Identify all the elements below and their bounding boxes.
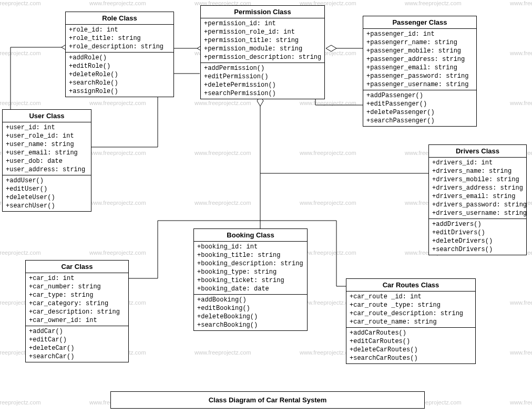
class-member: +deleteRole() [69, 70, 170, 79]
class-member: +searchPermission() [204, 89, 321, 98]
class-member: +permission_title: string [204, 36, 321, 45]
class-member: +booking_ticket: string [197, 276, 304, 285]
class-member: +deleteBooking() [197, 313, 304, 321]
class-member: +editPassenger() [366, 100, 473, 108]
class-member: +user_address: string [6, 165, 88, 174]
class-member: +passenger_email: string [366, 64, 473, 72]
class-member: +deleteDrivers() [432, 237, 523, 245]
svg-marker-2 [326, 45, 336, 51]
class-title: Permission Class [201, 6, 324, 18]
class-title: Role Class [66, 12, 173, 25]
class-member: +car_route _type: string [350, 301, 472, 309]
class-member: +deleteUser() [6, 193, 88, 202]
class-member: +booking_type: string [197, 268, 304, 276]
passenger-class: Passenger Class +passenger_id: int+passe… [363, 16, 477, 127]
class-member: +passenger_address: string [366, 55, 473, 64]
class-member: +passengerr_name: string [366, 38, 473, 47]
class-member: +car_number: string [29, 283, 125, 291]
class-member: +permission_role_id: int [204, 28, 321, 36]
class-member: +role_id: int [69, 26, 170, 34]
class-member: +passenger_mobile: string [366, 47, 473, 55]
class-member: +deleteCarRoutes() [350, 346, 472, 354]
class-title: Passenger Class [363, 16, 476, 29]
class-member: +booking_title: string [197, 251, 304, 259]
diagram-caption: Class Diagram of Car Rental System [110, 391, 425, 409]
class-member: +addCarRoutes() [350, 329, 472, 337]
class-member: +addCar() [29, 327, 125, 336]
class-member: +deletePassenger() [366, 108, 473, 117]
class-member: +drivers_email: string [432, 192, 523, 201]
class-member: +deleteCar() [29, 344, 125, 352]
class-member: +searchUser() [6, 202, 88, 210]
class-title: Car Class [26, 261, 128, 273]
class-member: +car_route _id: int [350, 293, 472, 301]
class-member: +editBooking() [197, 304, 304, 313]
car-class: Car Class +car_id: int+car_number: strin… [25, 260, 129, 362]
class-member: +addBooking() [197, 296, 304, 304]
class-member: +car_owner_id: int [29, 316, 125, 325]
class-member: +editUser() [6, 185, 88, 193]
class-member: +assignRole() [69, 87, 170, 96]
class-member: +addRole() [69, 54, 170, 62]
class-member: +drivers_mobile: string [432, 175, 523, 184]
class-member: +car_description: string [29, 308, 125, 316]
user-class: User Class +user_id: int+user_role_id: i… [2, 109, 91, 212]
class-member: +drivers_password: string [432, 201, 523, 209]
class-member: +car_route_description: string [350, 309, 472, 318]
class-member: +role_title: string [69, 34, 170, 43]
class-title: Booking Class [194, 229, 307, 242]
class-member: +permission_description: string [204, 53, 321, 61]
class-member: +searchBooking() [197, 321, 304, 329]
class-member: +searchPassenger() [366, 117, 473, 125]
class-member: +drivers_name: string [432, 167, 523, 175]
class-member: +addPermission() [204, 64, 321, 72]
class-member: +editCarRoutes() [350, 337, 472, 346]
class-title: Drivers Class [429, 145, 526, 158]
class-member: +car_category: string [29, 299, 125, 308]
class-member: +user_role_id: int [6, 132, 88, 140]
class-member: +passenger_id: int [366, 30, 473, 38]
class-member: +user_id: int [6, 123, 88, 132]
class-title: User Class [3, 110, 91, 122]
class-member: +editPermission() [204, 72, 321, 81]
class-member: +booking_date: date [197, 285, 304, 293]
class-member: +drivers_id: int [432, 159, 523, 167]
class-member: +booking_id: int [197, 243, 304, 251]
class-member: +searchDrivers() [432, 245, 523, 254]
class-member: +drivers_username: string [432, 209, 523, 217]
class-member: +addPassenger() [366, 91, 473, 100]
class-member: +deletePermission() [204, 81, 321, 89]
class-member: +permission_id: int [204, 19, 321, 28]
carroutes-class: Car Routes Class +car_route _id: int+car… [346, 278, 476, 364]
class-member: +car_route_name: string [350, 318, 472, 326]
class-member: +editCar() [29, 336, 125, 344]
permission-class: Permission Class +permission_id: int+per… [200, 5, 325, 99]
role-class: Role Class +role_id: int+role_title: str… [65, 12, 174, 97]
class-member: +passenger_username: string [366, 80, 473, 89]
class-member: +searchRole() [69, 79, 170, 87]
class-member: +car_id: int [29, 274, 125, 283]
class-member: +user_email: string [6, 149, 88, 157]
class-title: Car Routes Class [346, 279, 475, 292]
class-member: +searchCar() [29, 352, 125, 361]
class-member: +passenger_password: string [366, 72, 473, 80]
class-member: +searchCarRoutes() [350, 354, 472, 362]
class-member: +addUser() [6, 176, 88, 185]
class-member: +role_description: string [69, 43, 170, 51]
class-member: +permission_module: string [204, 45, 321, 53]
class-member: +editRole() [69, 62, 170, 70]
class-member: +user_dob: date [6, 157, 88, 165]
class-member: +drivers_address: string [432, 184, 523, 192]
class-member: +addDrivers() [432, 220, 523, 228]
class-member: +car_type: string [29, 291, 125, 299]
class-member: +user_name: string [6, 140, 88, 149]
class-member: +editDrivers() [432, 228, 523, 237]
booking-class: Booking Class +booking_id: int+booking_t… [193, 228, 308, 331]
drivers-class: Drivers Class +drivers_id: int+drivers_n… [428, 144, 527, 255]
class-member: +booking_description: string [197, 259, 304, 268]
